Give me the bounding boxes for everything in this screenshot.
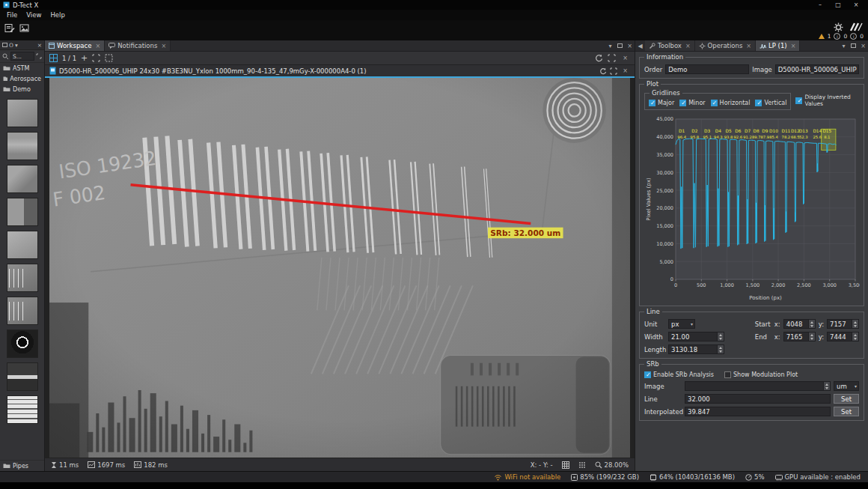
radiograph-thumb-3[interactable] xyxy=(7,165,38,193)
expand-corners-icon[interactable] xyxy=(36,53,42,59)
tab-notifications[interactable]: Notifications × xyxy=(105,40,171,51)
srb-image-value[interactable] xyxy=(685,381,824,391)
fit-view-icon[interactable] xyxy=(92,54,100,62)
length-stepper[interactable]: 3130.18 xyxy=(668,344,724,354)
radiograph-thumb-5[interactable] xyxy=(7,231,38,259)
panel-mode-icon[interactable] xyxy=(2,43,7,47)
tab-toolbox[interactable]: Toolbox × xyxy=(645,40,695,51)
checkbox[interactable] xyxy=(644,371,651,378)
minimize-button[interactable]: – xyxy=(811,1,829,8)
grid-view-icon[interactable] xyxy=(49,54,58,62)
refresh-icon[interactable] xyxy=(595,54,603,62)
close-view-icon[interactable]: × xyxy=(620,55,630,61)
folder-item-pipes[interactable]: Pipes xyxy=(0,460,44,471)
marquee-select-icon[interactable] xyxy=(105,54,113,62)
spinner-arrows[interactable] xyxy=(718,344,724,354)
checkbox[interactable] xyxy=(795,97,802,104)
panel-close-icon[interactable]: × xyxy=(37,42,42,49)
folder-item-aerospace[interactable]: Aerospace xyxy=(0,73,44,84)
add-view-button[interactable]: + xyxy=(81,53,88,63)
enable-srb-checkbox[interactable]: Enable SRb Analysis xyxy=(644,371,714,378)
end-y-value[interactable]: 7444 xyxy=(827,332,852,341)
set-line-button[interactable]: Set xyxy=(834,394,859,404)
start-x-stepper[interactable]: 4048 xyxy=(783,319,816,329)
radiograph-thumb-2[interactable] xyxy=(7,132,38,160)
annotate-tool-icon[interactable] xyxy=(4,23,15,33)
tab-close-icon[interactable]: × xyxy=(95,43,100,49)
tab-close-icon[interactable]: × xyxy=(791,43,796,49)
maximize-button[interactable]: □ xyxy=(829,1,847,8)
checkbox[interactable] xyxy=(724,371,731,378)
gridline-vertical-checkbox[interactable]: Vertical xyxy=(755,100,786,106)
menu-file[interactable]: File xyxy=(2,10,22,19)
image-tool-icon[interactable] xyxy=(19,23,30,33)
grid-toggle-icon[interactable] xyxy=(562,461,569,469)
fullscreen-icon[interactable] xyxy=(610,67,617,75)
gridline-major-checkbox[interactable]: Major xyxy=(649,100,674,106)
spinner-arrows[interactable] xyxy=(852,332,859,341)
start-x-value[interactable]: 4048 xyxy=(783,319,809,329)
float-panel-icon[interactable] xyxy=(849,40,858,51)
start-y-value[interactable]: 7157 xyxy=(827,319,852,329)
folder-item-astm[interactable]: ASTM xyxy=(0,63,44,73)
panel-menu-icon[interactable]: ▾ xyxy=(605,40,615,51)
warning-icon[interactable] xyxy=(819,34,825,39)
panel-close-icon[interactable]: × xyxy=(858,40,868,51)
close-image-icon[interactable]: × xyxy=(620,67,630,74)
width-stepper[interactable]: 21.00 xyxy=(668,332,724,341)
end-x-stepper[interactable]: 7165 xyxy=(783,332,816,341)
fullscreen-icon[interactable] xyxy=(608,54,616,62)
radiograph-viewport[interactable]: ISO 19232 F 002 SRb: 32.000 um xyxy=(45,78,635,458)
scroll-tabs-left-icon[interactable]: ◀ xyxy=(635,40,645,51)
spinner-arrows[interactable] xyxy=(852,319,859,329)
settings-gear-icon[interactable] xyxy=(834,22,843,32)
show-modulation-checkbox[interactable]: Show Modulation Plot xyxy=(724,371,798,378)
srb-interpolated-value[interactable]: 39.847 xyxy=(685,407,831,416)
set-interpolated-button[interactable]: Set xyxy=(834,407,859,416)
info-icon[interactable]: i xyxy=(834,33,840,40)
gridline-horizontal-checkbox[interactable]: Horizontal xyxy=(711,100,751,106)
tab-workspace[interactable]: Workspace × xyxy=(45,40,105,51)
spinner-arrows[interactable] xyxy=(824,381,831,391)
srb-line-value[interactable]: 32.000 xyxy=(685,394,831,404)
panel-close-icon[interactable]: × xyxy=(625,40,635,51)
chevron-down-icon[interactable]: ▾ xyxy=(15,42,18,49)
folder-item-demo[interactable]: Demo xyxy=(0,84,44,94)
tab-close-icon[interactable]: × xyxy=(746,43,751,49)
width-value[interactable]: 21.00 xyxy=(668,332,718,341)
radiograph-thumb-6[interactable] xyxy=(7,264,38,292)
refresh-icon[interactable] xyxy=(599,67,607,75)
tab-operations[interactable]: Operations × xyxy=(695,40,756,51)
radiograph-thumb-4[interactable] xyxy=(7,198,38,226)
checkbox[interactable] xyxy=(649,100,655,106)
tab-close-icon[interactable]: × xyxy=(161,43,166,49)
message-icon[interactable]: i xyxy=(850,33,857,40)
checkbox[interactable] xyxy=(711,100,718,106)
length-value[interactable]: 3130.18 xyxy=(668,344,718,354)
gridline-minor-checkbox[interactable]: Minor xyxy=(679,100,705,106)
spinner-arrows[interactable] xyxy=(809,332,816,341)
end-y-stepper[interactable]: 7444 xyxy=(827,332,859,341)
radiograph-thumb-1[interactable] xyxy=(7,99,38,127)
radiograph-thumb-9[interactable] xyxy=(7,362,38,391)
unit-select[interactable]: px▾ xyxy=(668,319,695,329)
zoom-control[interactable]: 28.00% xyxy=(595,461,629,469)
search-input[interactable]: S... xyxy=(10,52,34,61)
float-panel-icon[interactable] xyxy=(615,40,625,51)
radiograph-thumb-7[interactable] xyxy=(7,297,38,325)
spinner-arrows[interactable] xyxy=(718,332,724,341)
menu-help[interactable]: Help xyxy=(46,10,69,19)
start-y-stepper[interactable]: 7157 xyxy=(827,319,859,329)
radiograph-thumb-10[interactable] xyxy=(7,395,38,424)
tab-close-icon[interactable]: × xyxy=(685,43,691,49)
grid-dots-icon[interactable] xyxy=(578,461,586,469)
checkbox[interactable] xyxy=(755,100,762,106)
srb-unit-select[interactable]: um▾ xyxy=(834,381,859,391)
radiograph-thumb-8[interactable] xyxy=(7,329,38,358)
line-profile-chart[interactable]: 05,00010,00015,00020,00025,00030,00035,0… xyxy=(644,113,860,302)
tab-lp[interactable]: LP (1) × xyxy=(756,40,800,51)
menu-view[interactable]: View xyxy=(22,10,46,19)
panel-menu-icon[interactable]: ▾ xyxy=(839,40,849,51)
srb-image-combo[interactable] xyxy=(685,381,831,391)
order-input[interactable]: Demo xyxy=(665,64,749,74)
